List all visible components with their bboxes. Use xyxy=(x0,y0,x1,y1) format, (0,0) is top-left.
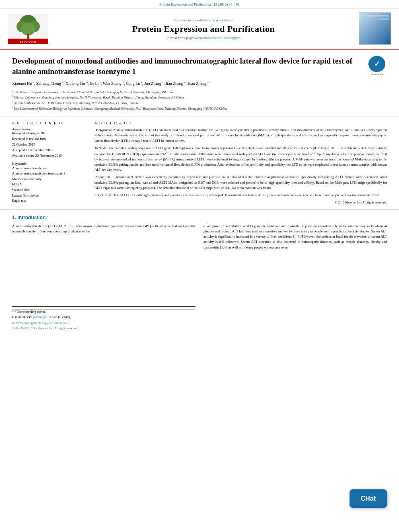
journal-homepage: journal homepage: www.elsevier.com/locat… xyxy=(52,36,355,40)
abstract-results: Results: ALT1 recombinant protein was ex… xyxy=(95,175,387,191)
article-info-col: A R T I C L E I N F O Article history: R… xyxy=(12,121,86,205)
crossmark-label: CrossMark xyxy=(370,73,383,76)
article-info-heading: A R T I C L E I N F O xyxy=(12,121,86,125)
article-title-text: Development of monoclonal antibodies and… xyxy=(12,57,352,76)
introduction-section: 1. Introduction Alanine aminotransferase… xyxy=(0,210,399,335)
crossmark-badge: ✓ CrossMark xyxy=(367,56,387,76)
svg-text:ELSEVIER: ELSEVIER xyxy=(20,40,36,44)
received-revised-date: 22 October 2015 xyxy=(12,142,86,147)
abstract-conclusions: Conclusions: The ALT1 LFD with high sens… xyxy=(95,193,387,198)
keywords-label: Keywords: xyxy=(12,162,86,166)
journal-title: Protein Expression and Purification xyxy=(52,24,355,34)
journal-center: Contents lists available at ScienceDirec… xyxy=(52,18,355,40)
contents-line: Contents lists available at ScienceDirec… xyxy=(52,18,355,22)
page-wrapper: Protein Expression and Purification 119 … xyxy=(0,0,399,335)
copyright-line: © 2015 Elsevier Inc. All rights reserved… xyxy=(95,200,387,205)
article-title-container: Development of monoclonal antibodies and… xyxy=(12,56,387,76)
affiliation-b: b Clinical Laboratory, Shandong Jiaotong… xyxy=(12,94,387,100)
journal-citation: Protein Expression and Purification 119 … xyxy=(159,2,239,6)
intro-left-text: Alanine aminotransferase (ALT) [EC 2.6.1… xyxy=(12,224,195,234)
doi-line: http://dx.doi.org/10.1016/j.pep.2015.11.… xyxy=(12,321,195,326)
doi-link[interactable]: http://dx.doi.org/10.1016/j.pep.2015.11.… xyxy=(12,321,68,325)
email-line: E-mail address: juanucq@163.com (J. Zhan… xyxy=(12,315,195,320)
affiliation-d: d Key Laboratory of Molecular Biology on… xyxy=(12,106,387,111)
abstract-methods: Methods: The complete coding sequence of… xyxy=(95,146,387,173)
intro-heading: 1. Introduction xyxy=(12,215,387,220)
received-revised-label: Received in revised form xyxy=(12,137,86,142)
article-title-section: Development of monoclonal antibodies and… xyxy=(0,50,399,117)
elsevier-tree-icon: ELSEVIER xyxy=(8,14,48,44)
accepted-date: Accepted 17 November 2015 xyxy=(12,148,86,153)
ref-1-4: 1–4 xyxy=(294,234,299,238)
abstract-background: Background: Alanine aminotransferase (AL… xyxy=(95,127,387,144)
abstract-heading: A B S T R A C T xyxy=(95,121,387,125)
affiliations: a The Blood Transfusion Department, The … xyxy=(12,89,387,111)
keyword-6: Lateral flow device xyxy=(12,193,86,199)
background-label: Background: xyxy=(95,128,112,132)
article-info-abstract-section: A R T I C L E I N F O Article history: R… xyxy=(0,117,399,210)
journal-url[interactable]: www.elsevier.com/locate/yprep xyxy=(195,36,240,40)
affiliation-a: a The Blood Transfusion Department, The … xyxy=(12,89,387,95)
keyword-7: Rapid test xyxy=(12,198,86,204)
footnotes: * * Corresponding author. E-mail address… xyxy=(12,309,195,331)
journal-logo-left: ELSEVIER xyxy=(8,14,52,45)
keyword-5: Western-blot xyxy=(12,187,86,193)
journal-cover-image: Protein Expression and Purification xyxy=(359,12,391,45)
received-date: Received 31 August 2015 xyxy=(12,131,86,136)
abstract-text: Background: Alanine aminotransferase (AL… xyxy=(95,127,387,205)
corresponding-author-note: * * Corresponding author. xyxy=(12,310,195,315)
keywords-list: Alanine aminotransferase Alanine aminotr… xyxy=(12,166,86,204)
keyword-4: ELISA xyxy=(12,182,86,187)
sciencedirect-link[interactable]: ScienceDirect xyxy=(212,18,232,22)
abstract-col: A B S T R A C T Background: Alanine amin… xyxy=(95,121,387,205)
intro-two-col: Alanine aminotransferase (ALT) [EC 2.6.1… xyxy=(12,224,387,331)
intro-right-text: α-ketogroup of ketoglutaric acid to gene… xyxy=(204,224,387,250)
article-history: Article history: Received 31 August 2015… xyxy=(12,127,86,158)
chat-button-container: CHat xyxy=(350,489,387,508)
methods-label: Methods: xyxy=(95,146,107,150)
authors-line: Xiaomei Hu a, Shiliang Cheng b, Xinfeng … xyxy=(12,80,387,86)
conclusions-label: Conclusions: xyxy=(95,193,113,197)
crossmark-icon: ✓ xyxy=(368,56,385,72)
svg-rect-5 xyxy=(27,34,29,39)
intro-left-col: Alanine aminotransferase (ALT) [EC 2.6.1… xyxy=(12,224,195,331)
svg-point-4 xyxy=(21,23,35,35)
footnote-separator xyxy=(12,306,195,307)
affiliation-c: c Antron BioResearch Inc., 3938 North Fr… xyxy=(12,100,387,106)
email-link[interactable]: juanucq@163.com xyxy=(33,315,57,319)
keyword-3: Monoclonal antibody xyxy=(12,177,86,182)
ref-5-6: 5,6 xyxy=(221,245,226,249)
journal-cover-text: Protein Expression and Purification xyxy=(359,13,391,23)
chat-button[interactable]: CHat xyxy=(350,489,387,508)
history-label: Article history: xyxy=(12,127,86,131)
keyword-2: Alanine aminotransferase isoenzyme 1 xyxy=(12,171,86,177)
intro-right-col: α-ketogroup of ketoglutaric acid to gene… xyxy=(204,224,387,331)
journal-logo-right: Protein Expression and Purification xyxy=(355,12,391,45)
journal-citation-bar: Protein Expression and Purification 119 … xyxy=(0,0,399,8)
issn-line: 1046-5928/© 2015 Elsevier Inc. All right… xyxy=(12,326,195,331)
keyword-1: Alanine aminotransferase xyxy=(12,166,86,171)
available-date: Available online 22 November 2015 xyxy=(12,154,86,158)
results-label: Results: xyxy=(95,175,105,179)
journal-header: ELSEVIER Contents lists available at Sci… xyxy=(0,8,399,50)
